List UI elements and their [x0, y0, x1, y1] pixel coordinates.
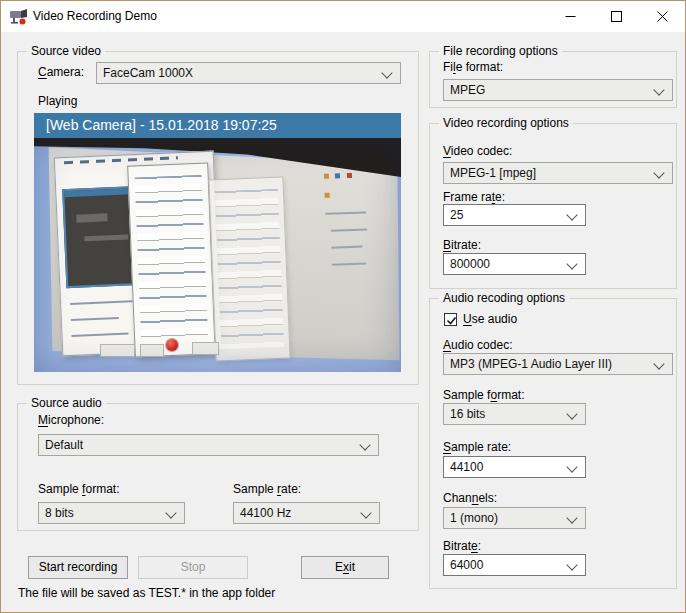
webcam-frame: [34, 138, 401, 372]
audio-sample-format-label: Sample format:: [443, 388, 525, 402]
photo-ghost-button: [192, 342, 220, 355]
video-preview: [Web Camera] - 15.01.2018 19:07:25: [34, 113, 401, 372]
chevron-down-icon[interactable]: [566, 408, 577, 419]
webcam-photo-content: [34, 138, 401, 372]
frame-rate-label: Frame rate:: [443, 190, 505, 204]
audio-recoding-options-label: Audio recoding options: [439, 291, 569, 305]
audio-codec-select[interactable]: MP3 (MPEG-1 Audio Layer III): [443, 353, 673, 375]
camera-label: Camera:: [38, 65, 84, 79]
audio-sample-rate-label: Sample rate:: [443, 440, 511, 454]
microphone-label: Microphone:: [38, 413, 104, 427]
audio-sample-format-select[interactable]: 16 bits: [443, 403, 586, 425]
sample-rate-select[interactable]: 44100 Hz: [233, 502, 380, 524]
video-recording-demo-window: Video Recording Demo Source video Camera…: [0, 0, 686, 613]
camera-select-value: FaceCam 1000X: [103, 66, 193, 80]
sample-rate-select-value: 44100 Hz: [240, 506, 291, 520]
audio-sample-rate-input[interactable]: 44100: [443, 456, 586, 478]
microphone-select-value: Default: [45, 438, 83, 452]
video-bitrate-value: 800000: [450, 257, 490, 271]
status-text: The file will be saved as TEST.* in the …: [18, 586, 275, 600]
photo-text-line: [72, 333, 129, 337]
file-format-select-value: MPEG: [450, 83, 485, 97]
photo-text-line: [325, 211, 366, 214]
chevron-down-icon[interactable]: [566, 512, 577, 523]
playing-label: Playing: [38, 94, 77, 108]
video-codec-select-value: MPEG-1 [mpeg]: [450, 166, 536, 180]
chevron-down-icon[interactable]: [360, 507, 371, 518]
frame-rate-input[interactable]: 25: [443, 204, 586, 226]
frame-rate-value: 25: [450, 208, 463, 222]
camera-select[interactable]: FaceCam 1000X: [96, 62, 401, 84]
photo-text-line: [331, 228, 367, 231]
source-audio-group-label: Source audio: [27, 396, 106, 410]
photo-ghost-button: [140, 344, 164, 357]
audio-sample-format-value: 16 bits: [450, 407, 485, 421]
chevron-down-icon[interactable]: [381, 67, 392, 78]
photo-text-line: [332, 246, 363, 249]
channels-label: Channels:: [443, 491, 497, 505]
audio-bitrate-value: 64000: [450, 558, 483, 572]
audio-sample-rate-value: 44100: [450, 460, 483, 474]
chevron-down-icon[interactable]: [566, 258, 577, 269]
checkmark-icon: [445, 314, 458, 327]
photo-text-line: [71, 317, 118, 321]
stop-button: Stop: [138, 556, 248, 579]
close-button[interactable]: [639, 1, 685, 31]
window-title: Video Recording Demo: [33, 9, 157, 23]
photo-ghost-button: [100, 344, 135, 357]
chevron-down-icon[interactable]: [165, 507, 176, 518]
photo-dialog-rows: [215, 188, 284, 349]
photo-dialog-front: [127, 162, 216, 357]
chevron-down-icon[interactable]: [653, 167, 664, 178]
chevron-down-icon[interactable]: [566, 559, 577, 570]
chevron-down-icon[interactable]: [653, 358, 664, 369]
audio-codec-label: Audio codec:: [443, 338, 513, 352]
exit-button[interactable]: Exit: [301, 556, 389, 579]
photo-dialog-back: [208, 176, 291, 361]
channels-select-value: 1 (mono): [450, 511, 498, 525]
minimize-button[interactable]: [547, 1, 593, 31]
video-bitrate-input[interactable]: 800000: [443, 253, 586, 275]
source-video-group-label: Source video: [27, 44, 105, 58]
sample-rate-label: Sample rate:: [233, 482, 301, 496]
video-recording-options-label: Video recording options: [439, 116, 573, 130]
start-recording-button[interactable]: Start recording: [28, 556, 128, 579]
video-codec-label: Video codec:: [443, 144, 512, 158]
maximize-icon: [611, 11, 622, 22]
sample-format-select[interactable]: 8 bits: [38, 502, 185, 524]
file-format-label: File format:: [443, 60, 503, 74]
photo-icon-chip: [346, 173, 351, 178]
photo-icon-chip: [335, 173, 340, 178]
file-format-select[interactable]: MPEG: [443, 79, 673, 101]
microphone-select[interactable]: Default: [38, 434, 379, 456]
file-recording-options-label: File recording options: [439, 44, 562, 58]
sample-format-label: Sample format:: [38, 482, 120, 496]
channels-select[interactable]: 1 (mono): [443, 507, 586, 529]
chevron-down-icon[interactable]: [359, 439, 370, 450]
photo-smudge: [84, 234, 128, 242]
photo-tree-panel: [322, 172, 378, 295]
chevron-down-icon[interactable]: [566, 461, 577, 472]
photo-text-line: [332, 263, 366, 266]
app-camera-icon: [9, 7, 29, 26]
photo-menu-strip: [64, 157, 178, 165]
audio-bitrate-input[interactable]: 64000: [443, 554, 586, 576]
photo-text-line: [70, 301, 136, 306]
minimize-icon: [565, 11, 576, 22]
photo-dialog-rows: [134, 175, 208, 344]
maximize-button[interactable]: [593, 1, 639, 31]
chevron-down-icon[interactable]: [566, 209, 577, 220]
sample-format-select-value: 8 bits: [45, 506, 74, 520]
video-overlay-caption: [Web Camera] - 15.01.2018 19:07:25: [34, 113, 401, 138]
photo-icon-chip: [324, 174, 329, 179]
audio-codec-select-value: MP3 (MPEG-1 Audio Layer III): [450, 357, 612, 371]
title-bar[interactable]: Video Recording Demo: [1, 1, 685, 32]
use-audio-label[interactable]: Use audio: [463, 312, 517, 326]
chevron-down-icon[interactable]: [653, 84, 664, 95]
use-audio-checkbox[interactable]: [444, 313, 457, 326]
photo-icon-chip: [325, 193, 330, 198]
video-codec-select[interactable]: MPEG-1 [mpeg]: [443, 162, 673, 184]
photo-smudge: [76, 214, 107, 223]
audio-bitrate-label: Bitrate:: [443, 539, 481, 553]
video-bitrate-label: Bitrate:: [443, 238, 481, 252]
